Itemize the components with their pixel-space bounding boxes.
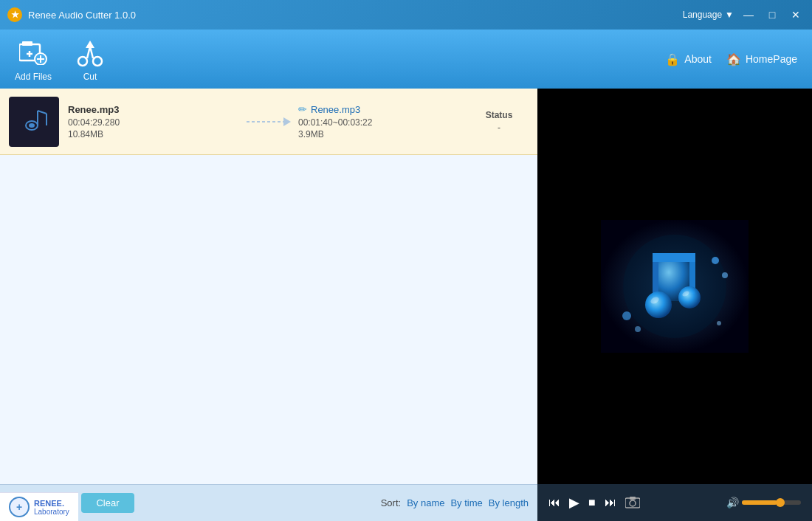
sort-by-name[interactable]: By name [407, 497, 444, 508]
player-controls: ⏮ ▶ ■ ⏭ 🔊 [537, 484, 812, 521]
add-files-label: Add Files [15, 72, 52, 82]
play-button[interactable]: ▶ [569, 494, 579, 511]
volume-fill [742, 500, 777, 505]
left-panel: Renee.mp3 00:04:29.280 10.84MB ✏ [0, 89, 537, 521]
right-panel: ⏮ ▶ ■ ⏭ 🔊 [537, 89, 812, 521]
svg-point-31 [722, 272, 728, 278]
status-value: - [469, 123, 529, 133]
about-icon: 🔒 [665, 52, 680, 66]
close-button[interactable]: ✕ [787, 6, 805, 24]
volume-control: 🔊 [726, 497, 801, 508]
minimize-button[interactable]: — [740, 6, 757, 24]
source-size: 10.84MB [68, 129, 239, 139]
clear-button[interactable]: Clear [81, 493, 134, 513]
table-row[interactable]: Renee.mp3 00:04:29.280 10.84MB ✏ [0, 89, 537, 155]
homepage-label: HomePage [746, 53, 797, 65]
volume-slider[interactable] [742, 500, 801, 505]
cut-button[interactable]: Cut [74, 36, 106, 82]
output-range: 00:01:40~00:03:22 [298, 117, 469, 128]
svg-line-10 [90, 46, 93, 58]
status-area: Status - [469, 110, 529, 133]
svg-point-8 [93, 57, 102, 66]
cut-label: Cut [83, 72, 97, 82]
status-label: Status [469, 110, 529, 120]
svg-point-33 [635, 326, 641, 332]
window-controls: Language ▼ — □ ✕ [683, 6, 805, 24]
maximize-button[interactable]: □ [763, 6, 781, 24]
add-files-button[interactable]: Add Files [15, 36, 52, 82]
app-logo: ★ [7, 7, 22, 22]
bottom-logo-area: + RENEE. Laboratory [0, 492, 78, 521]
app-title: Renee Audio Cutter 1.0.0 [28, 10, 683, 21]
svg-point-26 [645, 291, 672, 318]
titlebar: ★ Renee Audio Cutter 1.0.0 Language ▼ — … [0, 0, 812, 30]
output-filename: ✏ Renee.mp3 [298, 103, 469, 115]
home-icon: 🏠 [726, 52, 741, 66]
sort-by-length[interactable]: By length [489, 497, 529, 508]
arrow-area [239, 111, 298, 133]
homepage-button[interactable]: 🏠 HomePage [726, 52, 797, 66]
about-label: About [684, 53, 712, 65]
svg-point-7 [78, 57, 87, 66]
language-selector[interactable]: Language ▼ [683, 10, 734, 20]
sort-by-time[interactable]: By time [450, 497, 482, 508]
about-button[interactable]: 🔒 About [665, 52, 712, 66]
svg-marker-11 [86, 41, 94, 48]
toolbar-nav: 🔒 About 🏠 HomePage [665, 52, 797, 66]
cut-icon [74, 36, 106, 69]
svg-rect-1 [22, 41, 32, 46]
list-controls: Remove Clear Sort: By name By time By le… [0, 484, 537, 521]
svg-rect-37 [630, 497, 636, 500]
volume-icon: 🔊 [726, 497, 739, 508]
file-list: Renee.mp3 00:04:29.280 10.84MB ✏ [0, 89, 537, 484]
svg-point-32 [622, 311, 631, 320]
logo-icon: + [9, 497, 30, 517]
output-info: ✏ Renee.mp3 00:01:40~00:03:22 3.9MB [298, 103, 469, 139]
source-info: Renee.mp3 00:04:29.280 10.84MB [68, 104, 239, 139]
svg-marker-19 [283, 117, 291, 126]
svg-point-36 [630, 500, 636, 506]
svg-rect-25 [653, 253, 695, 262]
sort-label: Sort: [381, 497, 401, 508]
logo-text: RENEE. Laboratory [34, 499, 69, 516]
output-size: 3.9MB [298, 129, 469, 139]
file-thumbnail [9, 97, 59, 147]
svg-point-30 [712, 257, 719, 264]
sort-area: Sort: By name By time By length [381, 497, 529, 508]
svg-point-27 [678, 286, 701, 308]
music-note-visual [601, 220, 749, 353]
stop-button[interactable]: ■ [588, 496, 596, 509]
svg-point-14 [29, 123, 35, 128]
preview-area [537, 89, 812, 484]
source-filename: Renee.mp3 [68, 104, 239, 115]
svg-point-34 [717, 321, 721, 325]
add-files-icon [17, 36, 49, 69]
skip-back-button[interactable]: ⏮ [548, 496, 560, 509]
snapshot-button[interactable] [625, 497, 640, 508]
main-area: Renee.mp3 00:04:29.280 10.84MB ✏ [0, 89, 812, 521]
toolbar: Add Files Cut 🔒 About 🏠 HomePage [0, 30, 812, 89]
source-duration: 00:04:29.280 [68, 117, 239, 128]
skip-forward-button[interactable]: ⏭ [605, 496, 616, 509]
volume-thumb[interactable] [776, 498, 785, 507]
